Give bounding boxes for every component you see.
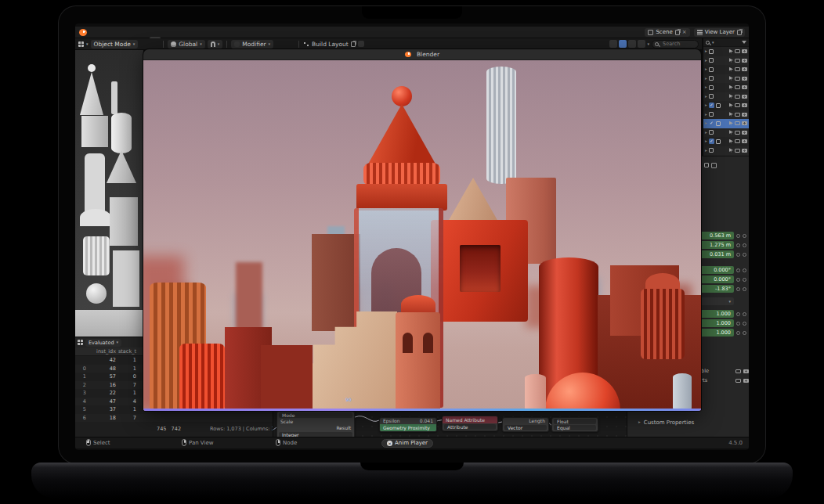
node-row[interactable]: Epsilon 0.041 [380, 418, 436, 424]
render-toggle-icon[interactable] [742, 77, 747, 81]
lock-icon[interactable] [743, 312, 746, 316]
decorator-icon[interactable] [736, 268, 740, 272]
editor-type-icon[interactable] [78, 41, 84, 47]
selectable-toggle-icon[interactable] [729, 121, 733, 126]
viewport-toggle-icon[interactable] [735, 113, 740, 117]
decorator-icon[interactable] [736, 312, 740, 316]
new-scene-icon[interactable] [675, 30, 680, 35]
filter-icon[interactable] [742, 41, 746, 44]
render-toggle-icon[interactable] [742, 95, 747, 99]
snapping-toggle-icon[interactable] [609, 40, 617, 48]
selectable-toggle-icon[interactable] [729, 58, 733, 63]
outliner-row[interactable]: ▸ ✓ [703, 65, 749, 74]
checkbox-icon[interactable]: ✓ [709, 103, 714, 108]
viewport-toggle-icon[interactable] [735, 49, 740, 53]
node-row[interactable]: Mode [279, 412, 352, 418]
viewport-toggle-icon[interactable] [735, 67, 740, 71]
lock-icon[interactable] [743, 253, 746, 257]
node-search-input[interactable] [652, 40, 699, 49]
lock-icon[interactable] [743, 287, 746, 291]
viewport-toggle-icon[interactable] [735, 59, 740, 63]
outliner-row[interactable]: ▸ ✓ [703, 101, 749, 110]
expand-icon[interactable]: ▸ [705, 77, 707, 81]
viewport-toggle-icon[interactable] [735, 131, 740, 135]
expand-icon[interactable]: ▸ [705, 139, 707, 144]
node-row[interactable]: Equal [554, 425, 596, 430]
anim-player-badge[interactable]: × Anim Player [381, 439, 433, 448]
expand-icon[interactable]: ▸ [705, 149, 707, 153]
decorator-icon[interactable] [736, 234, 740, 238]
expand-icon[interactable]: ▸ [705, 103, 707, 108]
decorator-icon[interactable] [736, 253, 740, 257]
render-toggle-icon[interactable] [742, 49, 747, 53]
node-row[interactable]: Scale [277, 419, 354, 425]
selectable-toggle-icon[interactable] [729, 76, 733, 81]
viewport-3d[interactable] [75, 50, 144, 337]
overlays-toggle-icon[interactable] [628, 40, 636, 48]
render-toggle-icon[interactable] [742, 85, 747, 89]
node-row[interactable]: Length [503, 418, 548, 424]
node-header[interactable]: Named Attribute [443, 416, 497, 423]
modifier-dropdown[interactable]: Modifier ▾ [231, 40, 273, 49]
viewport-toggle-icon[interactable] [735, 121, 740, 125]
render-toggle-icon[interactable] [742, 103, 747, 107]
node-math[interactable]: Mode Scale Result Integer [276, 411, 355, 439]
decorator-icon[interactable] [736, 243, 740, 247]
outliner-row[interactable]: ▸ ✓ [703, 92, 749, 102]
pin-icon[interactable] [358, 41, 364, 47]
mode-dropdown[interactable]: Object Mode ▾ [91, 40, 139, 49]
active-overlay-toggle-icon[interactable] [619, 40, 627, 48]
lock-icon[interactable] [743, 322, 746, 326]
search-icon[interactable] [706, 41, 710, 45]
selectable-toggle-icon[interactable] [729, 67, 733, 72]
lock-icon[interactable] [743, 234, 746, 238]
node-geometry-proximity[interactable]: Epsilon 0.041 Geometry Proximity [379, 417, 437, 432]
render-toggle-icon[interactable] [742, 67, 747, 71]
selectable-toggle-icon[interactable] [729, 85, 733, 90]
outliner-row[interactable]: ▸ ✓ [703, 47, 749, 56]
expand-icon[interactable]: ▸ [705, 95, 707, 99]
shading-toggle-icon[interactable] [638, 40, 645, 48]
camera-icon[interactable] [743, 369, 749, 373]
selectable-toggle-icon[interactable] [729, 139, 733, 144]
new-tree-icon[interactable] [351, 41, 356, 47]
checkbox-icon[interactable]: ✓ [709, 139, 714, 144]
viewport-toggle-icon[interactable] [735, 77, 740, 81]
snap-dropdown[interactable]: ▾ [208, 40, 223, 49]
node-row[interactable]: Attribute [444, 424, 496, 430]
viewport-icon[interactable] [735, 369, 741, 373]
selectable-toggle-icon[interactable] [729, 103, 733, 108]
node-tree-selector[interactable]: Build Layout [303, 41, 364, 48]
render-toggle-icon[interactable] [742, 149, 747, 153]
decorator-icon[interactable] [736, 287, 740, 291]
column-header[interactable]: stack_t [117, 348, 138, 355]
expand-icon[interactable]: ▸ [705, 121, 707, 126]
decorator-icon[interactable] [736, 331, 740, 335]
viewport-toggle-icon[interactable] [735, 103, 740, 107]
selectable-toggle-icon[interactable] [729, 112, 733, 117]
expand-icon[interactable]: ▸ [705, 113, 707, 117]
unlink-scene-icon[interactable]: × [682, 30, 687, 35]
viewport-toggle-icon[interactable] [735, 85, 740, 89]
orientation-dropdown[interactable]: Global ▾ [168, 40, 204, 49]
dataset-dropdown[interactable]: Evaluated ▾ [85, 339, 121, 347]
custom-properties-panel[interactable]: ▸ Custom Properties [638, 419, 694, 426]
expand-icon[interactable]: ▸ [705, 67, 707, 72]
lock-icon[interactable] [743, 268, 746, 272]
render-toggle-icon[interactable] [742, 113, 747, 117]
expand-icon[interactable]: ▸ [705, 59, 707, 63]
viewport-icon[interactable] [735, 379, 741, 383]
render-toggle-icon[interactable] [742, 131, 747, 135]
expand-icon[interactable]: ▸ [705, 131, 707, 135]
new-view-layer-icon[interactable] [737, 30, 742, 35]
node-length[interactable]: Length Vector [502, 417, 549, 432]
lock-icon[interactable] [743, 243, 746, 247]
outliner-row[interactable]: ▸ ✓ [703, 128, 749, 138]
view-layer-selector[interactable]: View Layer [694, 28, 745, 37]
node-compare[interactable]: Float Equal [551, 417, 598, 432]
selectable-toggle-icon[interactable] [729, 148, 733, 153]
lock-icon[interactable] [743, 331, 746, 335]
camera-icon[interactable] [743, 379, 749, 383]
expand-icon[interactable]: ▸ [705, 49, 707, 54]
outliner-row[interactable]: ▸ ✓ [703, 83, 749, 92]
